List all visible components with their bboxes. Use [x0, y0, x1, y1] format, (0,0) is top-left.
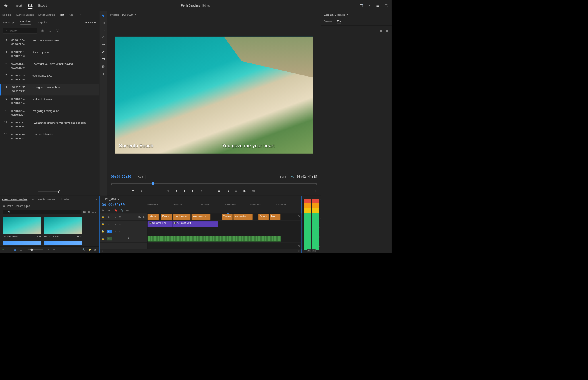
mark-in-icon[interactable]: {	[140, 189, 143, 193]
timeline-hscroll[interactable]	[100, 249, 301, 253]
new-layer-icon[interactable]	[386, 30, 389, 33]
write-mode-icon[interactable]: ✎	[2, 248, 5, 251]
track-output-icon[interactable]: ▭	[115, 216, 117, 218]
tab-libraries[interactable]: Libraries	[60, 198, 69, 201]
track-output-icon[interactable]: ▭	[115, 223, 117, 226]
video-clip[interactable]: fxDJI_0287.MP4	[147, 221, 172, 227]
go-to-in-icon[interactable]	[165, 189, 169, 193]
caption-clip[interactable]: and took it …	[233, 214, 253, 220]
program-monitor[interactable]: Sorrento Beach You gave me your heart	[107, 18, 321, 172]
new-layer-folder-icon[interactable]	[380, 30, 383, 33]
add-marker-tl-icon[interactable]: 🔖	[114, 209, 118, 212]
lock-icon[interactable]: 🔒	[102, 230, 104, 233]
track-header-c1[interactable]: 🔒 C1 ▭ 👁 Subtitle	[100, 213, 147, 220]
snap-icon[interactable]: ❄	[102, 209, 105, 212]
workspace-menu-icon[interactable]	[376, 4, 380, 7]
safe-margins-icon[interactable]	[252, 189, 255, 193]
selection-tool-icon[interactable]	[101, 13, 105, 18]
play-stop-icon[interactable]	[183, 189, 186, 193]
linked-selection-icon[interactable]: ⊃	[108, 209, 111, 212]
step-forward-icon[interactable]	[191, 189, 195, 193]
program-zoom-select[interactable]: 47% ▾	[134, 175, 145, 179]
solo-right[interactable]: S	[312, 249, 316, 252]
tab-lumetri[interactable]: Lumetri Scopes	[16, 13, 34, 16]
caption-search-input[interactable]	[9, 29, 35, 32]
go-to-out-icon[interactable]	[200, 189, 204, 193]
essential-graphics-menu-icon[interactable]: ≡	[347, 13, 348, 16]
solo-icon[interactable]: S	[123, 238, 124, 240]
caption-clip[interactable]: hat's …	[147, 214, 159, 220]
track-header-v1[interactable]: 🔒 V1 ▭ 👁	[100, 228, 147, 235]
pen-tool-icon[interactable]	[101, 50, 105, 54]
track-header-v2[interactable]: 🔒 V2 ▭ 👁	[100, 221, 147, 228]
lock-icon[interactable]: 🔒	[102, 216, 104, 218]
track-output-icon[interactable]: ▭	[115, 230, 117, 233]
mark-out-icon[interactable]: }	[148, 189, 152, 193]
project-overflow-icon[interactable]: »	[96, 198, 97, 201]
rectangle-tool-icon[interactable]	[101, 57, 105, 61]
tab-project[interactable]: Project: Perth Beaches	[2, 198, 28, 201]
program-resolution-select[interactable]: Full ▾	[278, 175, 288, 179]
caption-clip[interactable]: It's all…	[161, 214, 172, 220]
timeline-ruler[interactable]: 00:00:20:0000:00:24:0000:00:28:0000:00:3…	[147, 203, 301, 206]
tab-text[interactable]: Text	[59, 13, 64, 16]
timeline-close-icon[interactable]: ×	[102, 197, 103, 200]
project-item[interactable]: DJI_0202.MP411:23	[3, 217, 41, 244]
tab-audio[interactable]: Aud	[69, 13, 73, 16]
workspace-export[interactable]: Export	[38, 3, 47, 9]
captions-track-icon[interactable]: cc	[126, 209, 130, 212]
tab-captions[interactable]: Captions	[20, 20, 31, 24]
caption-row[interactable]: 8.00:00:31:3300:00:33:34You gave me your…	[0, 84, 99, 95]
comparison-view-icon[interactable]	[243, 189, 247, 193]
add-caption-icon[interactable]	[40, 28, 45, 33]
tab-effectcontrols[interactable]: Effect Controls	[38, 13, 55, 16]
caption-more-icon[interactable]: •••	[92, 28, 96, 33]
caption-row[interactable]: 10.00:00:37:2400:00:39:37I'm going under…	[0, 107, 99, 119]
export-frame-icon[interactable]	[234, 189, 238, 193]
project-zoom-slider[interactable]	[28, 249, 43, 250]
track-visibility-icon[interactable]: 👁	[119, 223, 121, 225]
program-timecode[interactable]: 00:00:32:50	[111, 175, 131, 179]
mute-icon[interactable]: M	[119, 238, 121, 240]
caption-row[interactable]: 6.00:00:23:5300:00:26:49I can't get you …	[0, 60, 99, 72]
quick-export-icon[interactable]	[360, 4, 363, 7]
project-tab-menu-icon[interactable]: ≡	[32, 198, 34, 201]
tab-graphics[interactable]: Graphics	[37, 21, 47, 24]
icon-view-icon[interactable]: ▦	[14, 248, 17, 251]
fullscreen-icon[interactable]	[384, 4, 388, 7]
timeline-settings-icon[interactable]: 🔧	[120, 209, 124, 212]
program-scrubber[interactable]	[107, 181, 321, 186]
timeline-timecode[interactable]: 00:00:32:50	[100, 203, 148, 207]
program-settings-icon[interactable]: 🔧	[291, 175, 294, 178]
project-bins[interactable]: DJI_0202.MP411:23DJI_0210.MP423:02	[0, 215, 99, 246]
caption-clip[interactable]: You ga…	[222, 214, 233, 220]
workspace-edit[interactable]: Edit	[28, 3, 32, 9]
new-bin-footer-icon[interactable]: 📁	[88, 248, 92, 251]
caption-row[interactable]: 4.00:00:18:0400:00:21:04And that's my mi…	[0, 36, 99, 48]
split-caption-icon[interactable]	[48, 28, 52, 33]
caption-list[interactable]: 4.00:00:18:0400:00:21:04And that's my mi…	[0, 36, 99, 188]
track-header-a1[interactable]: 🔒 A1 ▭ M S 🎤	[100, 235, 147, 242]
lock-icon[interactable]: 🔒	[102, 237, 104, 240]
caption-clip[interactable]: your name. …	[192, 214, 211, 220]
timeline-sequence-name[interactable]: DJI_0199	[105, 197, 116, 200]
tab-media-browser[interactable]: Media Browser	[38, 198, 55, 201]
caption-row[interactable]: 12.00:00:44:1000:00:45:28Love and thunde…	[0, 131, 99, 142]
new-bin-icon[interactable]	[83, 210, 86, 214]
solo-left[interactable]: S	[307, 249, 311, 252]
timeline-menu-icon[interactable]: ≡	[118, 197, 119, 200]
overflow-icon[interactable]: »	[80, 13, 81, 16]
tab-transcript[interactable]: Transcript	[3, 21, 15, 24]
step-back-icon[interactable]	[174, 189, 178, 193]
type-tool-icon[interactable]	[101, 71, 105, 76]
add-marker-icon[interactable]	[131, 189, 135, 193]
share-icon[interactable]	[368, 4, 371, 7]
video-clip[interactable]: fxDJI_0993.MP4	[172, 221, 218, 227]
caption-row[interactable]: 11.00:00:39:3700:00:43:56I went undergro…	[0, 119, 99, 131]
find-icon[interactable]: 🔍	[82, 248, 86, 251]
project-search-input[interactable]	[3, 210, 81, 214]
caption-search[interactable]	[3, 28, 37, 34]
project-item[interactable]: DJI_0210.MP423:02	[44, 217, 82, 244]
automate-icon[interactable]: ⎆	[53, 248, 57, 251]
workspace-import[interactable]: Import	[14, 3, 22, 9]
